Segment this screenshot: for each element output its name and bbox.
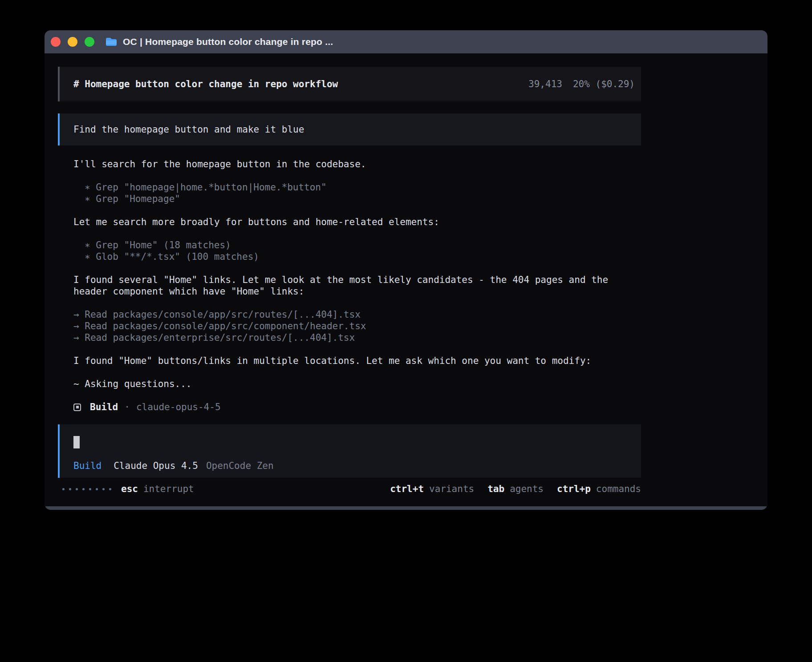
- agent-icon: [73, 404, 81, 411]
- statusbar-left: esc interrupt: [62, 483, 194, 495]
- zoom-button[interactable]: [85, 37, 94, 47]
- titlebar: OC | Homepage button color change in rep…: [45, 30, 767, 53]
- esc-key: esc: [121, 483, 138, 495]
- tool-call-glob: ∗ Glob "**/*.tsx" (100 matches): [73, 251, 641, 262]
- prompt-input[interactable]: Build Claude Opus 4.5 OpenCode Zen: [58, 424, 641, 478]
- session-header: # Homepage button color change in repo w…: [58, 67, 641, 101]
- session-title: # Homepage button color change in repo w…: [73, 78, 338, 90]
- input-mode: Build: [73, 460, 102, 472]
- token-count: 39,413: [528, 78, 562, 90]
- agent-separator: ·: [124, 401, 130, 413]
- tool-call-group: ∗ Grep "Home" (18 matches) ∗ Glob "**/*.…: [73, 239, 641, 262]
- statusbar-right: ctrl+t variants tab agents ctrl+p comman…: [390, 483, 641, 495]
- context-cost: 20% ($0.29): [573, 78, 635, 90]
- user-message-text: Find the homepage button and make it blu…: [73, 124, 304, 135]
- session-stats: 39,413 20% ($0.29): [528, 78, 635, 90]
- close-button[interactable]: [51, 37, 61, 47]
- agent-model: claude-opus-4-5: [136, 401, 221, 413]
- terminal-window: OC | Homepage button color change in rep…: [45, 30, 767, 510]
- transcript: I'll search for the homepage button in t…: [58, 158, 641, 413]
- terminal-body: # Homepage button color change in repo w…: [45, 53, 767, 506]
- input-model: Claude Opus 4.5: [114, 460, 198, 472]
- shortcut-agents: tab agents: [487, 483, 544, 495]
- folder-icon: [105, 36, 118, 47]
- tool-call-grep: ∗ Grep "homepage|home.*button|Home.*butt…: [73, 182, 641, 193]
- user-message: Find the homepage button and make it blu…: [58, 113, 641, 145]
- assistant-text: I found several "Home" links. Let me loo…: [73, 274, 641, 297]
- shortcut-variants: ctrl+t variants: [390, 483, 474, 495]
- tool-call-grep: ∗ Grep "Home" (18 matches): [73, 239, 641, 251]
- assistant-text: Let me search more broadly for buttons a…: [73, 216, 641, 228]
- session-content[interactable]: # Homepage button color change in repo w…: [58, 53, 641, 478]
- variants-key: ctrl+t: [390, 483, 424, 495]
- commands-label: commands: [596, 483, 641, 495]
- input-provider: OpenCode Zen: [206, 460, 274, 472]
- tool-call-group: → Read packages/console/app/src/routes/[…: [73, 309, 641, 343]
- variants-label: variants: [429, 483, 474, 495]
- traffic-lights: [51, 37, 94, 47]
- tool-call-grep: ∗ Grep "Homepage": [73, 193, 641, 205]
- esc-label: interrupt: [143, 483, 194, 495]
- assistant-status: ~ Asking questions...: [73, 378, 641, 390]
- activity-dots: [62, 488, 111, 490]
- agents-label: agents: [510, 483, 544, 495]
- agents-key: tab: [487, 483, 504, 495]
- shortcut-interrupt: esc interrupt: [121, 483, 194, 495]
- assistant-text: I'll search for the homepage button in t…: [73, 158, 641, 170]
- tool-call-read: → Read packages/enterprise/src/routes/[.…: [73, 332, 641, 343]
- input-meta: Build Claude Opus 4.5 OpenCode Zen: [73, 460, 629, 472]
- assistant-text: I found "Home" buttons/links in multiple…: [73, 355, 641, 367]
- tool-call-read: → Read packages/console/app/src/componen…: [73, 320, 641, 332]
- statusbar: esc interrupt ctrl+t variants tab agents…: [58, 483, 641, 495]
- window-title: OC | Homepage button color change in rep…: [123, 36, 333, 47]
- agent-name: Build: [90, 401, 118, 413]
- tool-call-group: ∗ Grep "homepage|home.*button|Home.*butt…: [73, 182, 641, 205]
- text-cursor: [73, 436, 80, 448]
- commands-key: ctrl+p: [557, 483, 591, 495]
- agent-status-line: Build · claude-opus-4-5: [73, 401, 641, 413]
- shortcut-commands: ctrl+p commands: [557, 483, 641, 495]
- minimize-button[interactable]: [68, 37, 77, 47]
- tool-call-read: → Read packages/console/app/src/routes/[…: [73, 309, 641, 320]
